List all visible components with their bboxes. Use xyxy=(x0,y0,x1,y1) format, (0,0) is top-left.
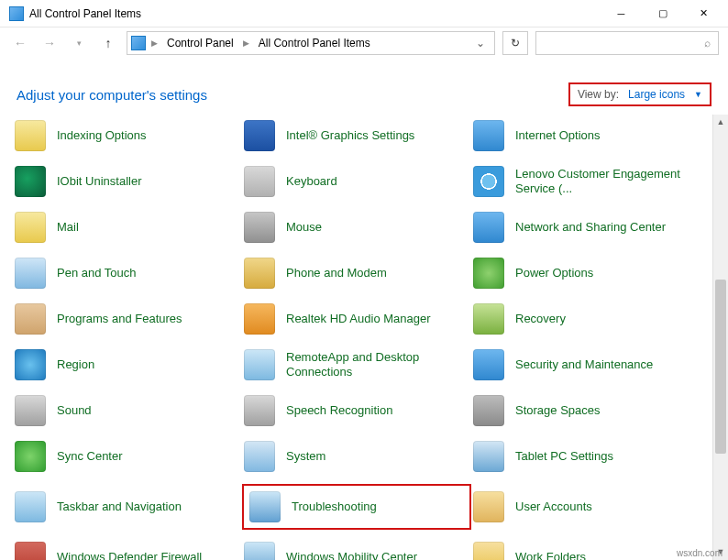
minimize-button[interactable]: ─ xyxy=(601,1,642,27)
viewby-selector[interactable]: View by: Large icons ▼ xyxy=(568,82,711,106)
trouble-icon xyxy=(249,491,281,522)
control-panel-item[interactable]: Taskbar and Navigation xyxy=(13,484,242,530)
item-label: Storage Spaces xyxy=(515,403,601,418)
control-panel-item[interactable]: Work Folders xyxy=(471,539,700,560)
control-panel-item[interactable]: Windows Defender Firewall xyxy=(13,539,242,560)
control-panel-item[interactable]: Internet Options xyxy=(471,117,700,154)
control-panel-item[interactable]: Tablet PC Settings xyxy=(471,438,700,475)
control-panel-item[interactable]: Windows Mobility Center xyxy=(242,539,471,560)
item-label: Keyboard xyxy=(286,174,337,189)
maximize-button[interactable]: ▢ xyxy=(642,1,683,27)
mobility-icon xyxy=(244,542,275,560)
control-panel-item[interactable]: IObit Uninstaller xyxy=(13,163,242,200)
system-icon xyxy=(244,441,275,472)
item-label: Mouse xyxy=(286,220,322,235)
users-icon xyxy=(473,491,504,522)
search-icon: ⌕ xyxy=(704,37,711,49)
watermark: wsxdn.com xyxy=(677,548,722,558)
item-label: Windows Defender Firewall xyxy=(57,550,202,560)
lenovo-icon xyxy=(473,166,504,197)
control-panel-item[interactable]: Indexing Options xyxy=(13,117,242,154)
recent-dropdown[interactable]: ▾ xyxy=(68,32,90,54)
control-panel-item[interactable]: User Accounts xyxy=(471,484,700,530)
item-label: Pen and Touch xyxy=(57,266,137,280)
item-label: System xyxy=(286,449,325,464)
chevron-right-icon: ▶ xyxy=(149,38,160,48)
tablet-icon xyxy=(473,441,504,472)
item-label: Indexing Options xyxy=(57,128,147,143)
control-panel-item[interactable]: Intel® Graphics Settings xyxy=(242,117,471,154)
forward-button[interactable]: → xyxy=(39,32,61,54)
security-icon xyxy=(473,349,504,380)
viewby-value[interactable]: Large icons xyxy=(628,88,685,101)
storage-icon xyxy=(473,395,504,426)
close-button[interactable]: ✕ xyxy=(683,1,724,27)
content-area: Indexing OptionsIntel® Graphics Settings… xyxy=(0,114,728,560)
sync-icon xyxy=(15,441,46,472)
item-label: Speech Recognition xyxy=(286,403,392,418)
search-input[interactable]: ⌕ xyxy=(535,31,719,55)
region-icon xyxy=(15,349,46,380)
power-icon xyxy=(473,258,504,289)
item-label: Windows Mobility Center xyxy=(286,550,417,560)
control-panel-item[interactable]: Security and Maintenance xyxy=(471,346,700,383)
control-panel-item[interactable]: Troubleshooting xyxy=(242,484,471,530)
address-bar[interactable]: ▶ Control Panel ▶ All Control Panel Item… xyxy=(127,31,495,55)
internet-icon xyxy=(473,120,504,151)
control-panel-item[interactable]: Storage Spaces xyxy=(471,392,700,429)
recovery-icon xyxy=(473,303,504,335)
item-label: Taskbar and Navigation xyxy=(57,500,182,514)
window-icon xyxy=(9,6,24,21)
item-label: IObit Uninstaller xyxy=(57,174,141,189)
control-panel-item[interactable]: Programs and Features xyxy=(13,301,242,337)
mouse-icon xyxy=(244,212,275,243)
control-panel-item[interactable]: System xyxy=(242,438,471,475)
item-label: Region xyxy=(57,357,94,372)
control-panel-item[interactable]: Keyboard xyxy=(242,163,471,200)
back-button[interactable]: ← xyxy=(9,32,31,54)
item-label: Internet Options xyxy=(515,128,601,143)
item-label: Phone and Modem xyxy=(286,266,387,280)
item-label: Mail xyxy=(57,220,79,235)
scroll-up-button[interactable]: ▲ xyxy=(713,115,728,130)
mail-icon xyxy=(15,212,46,243)
page-title: Adjust your computer's settings xyxy=(17,87,568,103)
realtek-icon xyxy=(244,303,275,335)
addressbar-dropdown[interactable]: ⌄ xyxy=(470,37,491,49)
control-panel-item[interactable]: Mail xyxy=(13,209,242,246)
control-panel-item[interactable]: Network and Sharing Center xyxy=(471,209,700,246)
up-button[interactable]: ↑ xyxy=(97,32,119,54)
control-panel-item[interactable]: Mouse xyxy=(242,209,471,246)
control-panel-item[interactable]: Region xyxy=(13,346,242,383)
item-label: Power Options xyxy=(515,266,593,280)
control-panel-item[interactable]: Pen and Touch xyxy=(13,255,242,291)
control-panel-item[interactable]: Lenovo Customer Engagement Service (... xyxy=(471,163,700,200)
refresh-button[interactable]: ↻ xyxy=(502,31,528,55)
breadcrumb-root[interactable]: Control Panel xyxy=(163,35,237,51)
phone-icon xyxy=(244,258,275,289)
taskbar-icon xyxy=(15,491,46,522)
indexing-icon xyxy=(15,120,46,151)
viewby-label: View by: xyxy=(578,88,619,101)
chevron-right-icon: ▶ xyxy=(241,38,251,48)
item-label: User Accounts xyxy=(515,500,592,514)
control-panel-item[interactable]: Sync Center xyxy=(13,438,242,475)
scrollbar-thumb[interactable] xyxy=(715,280,726,454)
vertical-scrollbar[interactable]: ▲ ▼ xyxy=(712,115,728,560)
breadcrumb-current[interactable]: All Control Panel Items xyxy=(255,35,374,51)
window-title: All Control Panel Items xyxy=(29,7,141,20)
item-label: Recovery xyxy=(515,312,566,326)
control-panel-item[interactable]: Phone and Modem xyxy=(242,255,471,291)
control-panel-item[interactable]: Speech Recognition xyxy=(242,392,471,429)
control-panel-item[interactable]: Power Options xyxy=(471,255,700,291)
item-label: Security and Maintenance xyxy=(515,357,653,372)
control-panel-item[interactable]: RemoteApp and Desktop Connections xyxy=(242,346,471,383)
control-panel-item[interactable]: Sound xyxy=(13,392,242,429)
item-label: Work Folders xyxy=(515,550,586,560)
content-header: Adjust your computer's settings View by:… xyxy=(0,60,728,114)
control-panel-item[interactable]: Recovery xyxy=(471,301,700,337)
control-panel-item[interactable]: Realtek HD Audio Manager xyxy=(242,301,471,337)
titlebar: All Control Panel Items ─ ▢ ✕ xyxy=(0,0,728,27)
item-label: Intel® Graphics Settings xyxy=(286,128,414,143)
speech-icon xyxy=(244,395,275,426)
